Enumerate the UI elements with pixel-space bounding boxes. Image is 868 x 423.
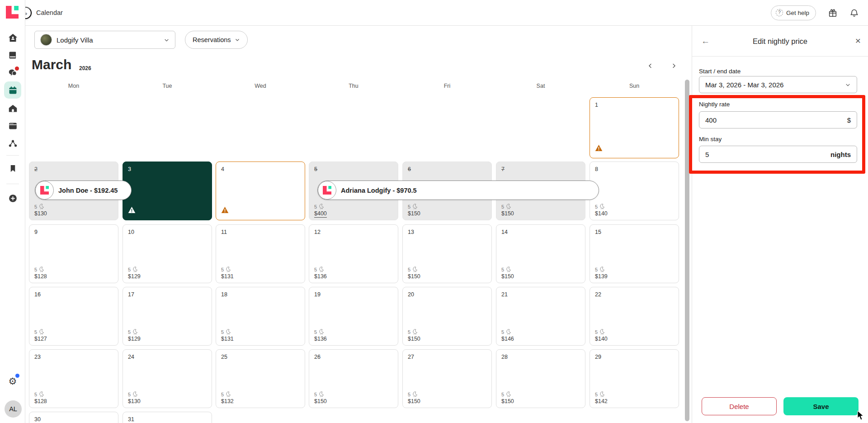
day-number: 10	[128, 229, 134, 235]
min-stay-badge: 5	[595, 204, 608, 209]
help-question-icon: ?	[776, 9, 783, 16]
calendar-day-cell-22[interactable]: 225$140	[590, 287, 679, 346]
calendar-day-cell-19[interactable]: 195$136	[309, 287, 398, 346]
reservation-pill[interactable]: Adriana Lodgify - $970.5	[317, 181, 599, 200]
calendar-day-cell-24[interactable]: 245$130	[123, 349, 212, 408]
day-number: 14	[501, 229, 508, 235]
cell-rate-info: 5$128	[34, 391, 47, 404]
day-number: 21	[501, 291, 508, 298]
min-stay-badge: 5	[34, 266, 47, 272]
user-avatar[interactable]: AL	[5, 400, 22, 418]
currency-suffix: $	[847, 116, 851, 124]
calendar-day-cell-29[interactable]: 295$142	[590, 349, 679, 408]
nightly-price: $129	[128, 336, 141, 342]
delete-button[interactable]: Delete	[702, 397, 777, 415]
min-stay-badge: 5	[128, 329, 141, 335]
min-stay-badge: 5	[34, 204, 47, 209]
reservation-pill[interactable]: John Doe - $192.45	[35, 181, 132, 200]
calendar-day-cell-31[interactable]: 31	[123, 412, 212, 423]
day-header-tue: Tue	[123, 83, 212, 89]
sidebar-item-calendar[interactable]	[0, 86, 25, 95]
avatar-initials: AL	[9, 405, 17, 413]
calendar-day-cell-14[interactable]: 145$150	[496, 224, 585, 283]
panel-header: ← Edit nightly price ×	[692, 25, 868, 57]
calendar-day-cell-9[interactable]: 95$128	[29, 224, 118, 283]
calendar-main: Lodgify Villa Reservations March 2026 Mo…	[25, 25, 692, 423]
calendar-day-cell-25[interactable]: 255$132	[216, 349, 305, 408]
notifications-bell-icon[interactable]	[849, 8, 859, 18]
calendar-day-cell-3[interactable]: 3	[123, 162, 212, 220]
calendar-day-cell-27[interactable]: 275$150	[402, 349, 492, 408]
sidebar-item-bookings[interactable]	[0, 51, 25, 60]
min-stay-badge: 5	[221, 329, 234, 335]
date-range-select[interactable]: Mar 3, 2026 - Mar 3, 2026	[699, 76, 857, 93]
calendar-day-cell-17[interactable]: 175$129	[123, 287, 212, 346]
lodgify-logo-icon[interactable]	[6, 6, 19, 20]
min-stay-badge: 5	[34, 329, 47, 335]
sidebar-item-website[interactable]	[0, 121, 25, 131]
nightly-price: $150	[501, 210, 514, 217]
get-help-button[interactable]: ? Get help	[771, 5, 816, 20]
sidebar-item-bookmarks[interactable]	[0, 164, 25, 173]
gift-icon[interactable]	[828, 8, 838, 18]
date-range-value: Mar 3, 2026 - Mar 3, 2026	[705, 81, 845, 89]
sidebar-item-properties[interactable]	[0, 104, 25, 113]
next-month-button[interactable]	[667, 59, 680, 72]
calendar-day-cell-28[interactable]: 285$150	[496, 349, 585, 408]
nightly-price: $129	[128, 273, 141, 280]
day-number: 19	[314, 291, 321, 298]
nightly-price: $136	[314, 336, 327, 342]
calendar-day-cell-21[interactable]: 215$146	[496, 287, 585, 346]
close-icon[interactable]: ×	[855, 35, 861, 46]
min-stay-badge: 5	[408, 329, 420, 335]
day-number: 20	[408, 291, 414, 298]
month-year: 2026	[79, 65, 91, 71]
calendar-scrollbar	[685, 72, 689, 423]
scrollbar-thumb[interactable]	[685, 80, 689, 421]
chevron-down-icon	[845, 82, 851, 88]
sidebar-item-add[interactable]	[0, 194, 25, 203]
calendar-day-cell-11[interactable]: 115$131	[216, 224, 305, 283]
calendar-day-cell-13[interactable]: 135$150	[402, 224, 492, 283]
cell-rate-info: 5$150	[501, 266, 514, 280]
min-stay-moon-icon	[319, 204, 324, 209]
cell-rate-info: 5$136	[314, 329, 327, 342]
day-header-sat: Sat	[496, 83, 585, 89]
sidebar-item-inbox[interactable]	[0, 68, 25, 78]
sidebar-item-home[interactable]	[0, 33, 25, 43]
save-button[interactable]: Save	[783, 397, 859, 415]
sidebar-divider	[6, 155, 19, 156]
lodgify-logo-icon	[40, 186, 49, 195]
page-title: Calendar	[36, 0, 63, 25]
min-stay-moon-icon	[132, 391, 138, 397]
min-stay-input[interactable]: 5 nights	[699, 146, 857, 163]
nightly-rate-input[interactable]: 400 $	[699, 111, 857, 128]
day-number: 18	[221, 291, 227, 298]
property-selector[interactable]: Lodgify Villa	[34, 31, 175, 49]
calendar-day-cell-18[interactable]: 185$131	[216, 287, 305, 346]
cell-rate-info: 5$139	[595, 266, 608, 280]
sidebar-item-settings[interactable]: ⚙	[0, 376, 25, 386]
min-stay-badge: 5	[408, 266, 420, 272]
prev-month-button[interactable]	[643, 59, 657, 72]
calendar-day-cell-8[interactable]: 85$140	[590, 162, 679, 220]
topbar: » Calendar ? Get help	[0, 0, 868, 25]
calendar-day-cell-23[interactable]: 235$128	[29, 349, 118, 408]
calendar-day-cell-30[interactable]: 30	[29, 412, 118, 423]
calendar-day-cell-16[interactable]: 165$127	[29, 287, 118, 346]
calendar-day-cell-10[interactable]: 105$129	[123, 224, 212, 283]
min-stay-badge: 5	[595, 391, 608, 397]
sidebar-item-channels[interactable]	[0, 138, 25, 148]
nightly-price: $128	[34, 398, 47, 404]
calendar-day-cell-26[interactable]: 265$150	[309, 349, 398, 408]
warning-icon	[595, 144, 603, 153]
calendar-day-cell-15[interactable]: 155$139	[590, 224, 679, 283]
calendar-day-cell-12[interactable]: 125$136	[309, 224, 398, 283]
min-stay-moon-icon	[599, 266, 605, 272]
min-stay-moon-icon	[39, 266, 44, 272]
min-stay-badge: 5	[34, 391, 47, 397]
calendar-day-cell-20[interactable]: 205$150	[402, 287, 492, 346]
view-selector[interactable]: Reservations	[185, 31, 248, 49]
calendar-day-cell-1[interactable]: 1	[590, 97, 679, 158]
calendar-day-cell-4[interactable]: 4	[216, 162, 305, 220]
